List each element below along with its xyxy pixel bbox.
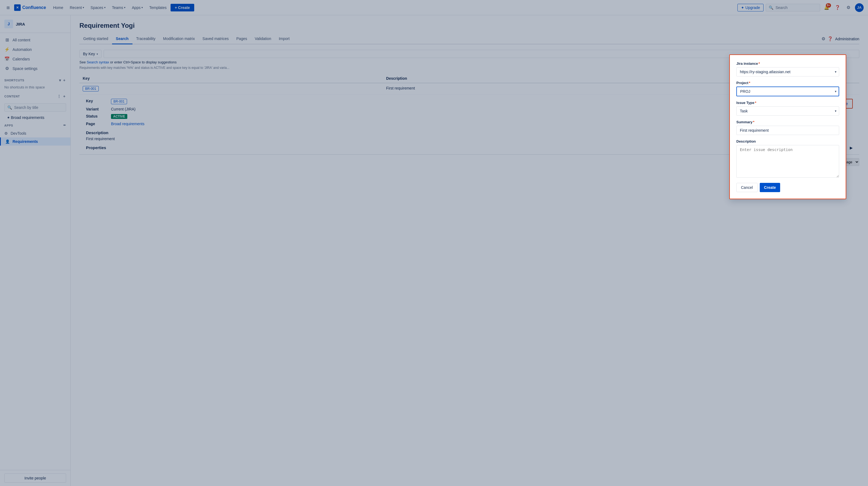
issue-type-label: Issue Type * <box>736 101 839 105</box>
modal-overlay: Jira instance * https://ry-staging.atlas… <box>71 15 868 486</box>
issue-type-select[interactable]: Task <box>736 107 839 116</box>
app-layout: J JIRA ⊞ All content ⚡ Automation 📅 Cale… <box>0 15 868 486</box>
modal-field-jira-instance: Jira instance * https://ry-staging.atlas… <box>736 61 839 77</box>
project-select[interactable]: PROJ <box>736 87 839 96</box>
modal-field-issue-type: Issue Type * Task ▾ <box>736 101 839 116</box>
modal-cancel-button[interactable]: Cancel <box>736 183 757 192</box>
description-textarea[interactable] <box>736 145 839 178</box>
summary-required: * <box>753 120 754 124</box>
jira-instance-select[interactable]: https://ry-staging.atlassian.net <box>736 67 839 77</box>
project-select-wrapper: PROJ ▾ <box>736 87 839 96</box>
summary-label: Summary * <box>736 120 839 124</box>
project-label: Project * <box>736 81 839 85</box>
jira-instance-label: Jira instance * <box>736 61 839 66</box>
create-issue-modal: Jira instance * https://ry-staging.atlas… <box>729 54 846 199</box>
project-required: * <box>749 81 750 85</box>
jira-instance-required: * <box>758 61 760 66</box>
jira-instance-select-wrapper: https://ry-staging.atlassian.net ▾ <box>736 67 839 77</box>
description-label: Description <box>736 139 839 143</box>
modal-field-description: Description <box>736 139 839 179</box>
modal-field-project: Project * PROJ ▾ <box>736 81 839 96</box>
main-content: Requirement Yogi Getting started Search … <box>71 15 868 486</box>
summary-input[interactable] <box>736 126 839 135</box>
issue-type-select-wrapper: Task ▾ <box>736 107 839 116</box>
modal-field-summary: Summary * <box>736 120 839 135</box>
issue-type-required: * <box>755 101 756 105</box>
modal-create-button[interactable]: Create <box>760 183 780 192</box>
modal-actions: Cancel Create <box>736 183 839 192</box>
